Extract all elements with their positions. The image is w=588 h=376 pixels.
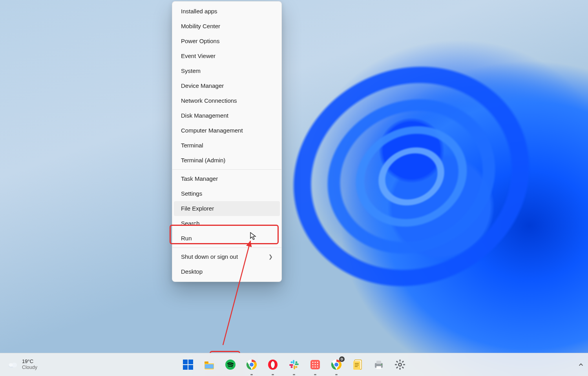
note-icon (352, 359, 363, 370)
slack-app-icon[interactable] (285, 356, 303, 374)
running-indicator (314, 374, 316, 375)
menu-item-file-explorer[interactable]: File Explorer (174, 201, 280, 216)
menu-item-device-manager[interactable]: Device Manager (174, 78, 280, 93)
svg-rect-56 (396, 361, 398, 363)
weather-widget[interactable]: 19°C Cloudy (0, 353, 44, 376)
svg-rect-52 (395, 364, 397, 365)
svg-rect-20 (295, 363, 299, 365)
menu-item-label: System (181, 67, 201, 74)
chrome-icon (246, 359, 257, 370)
taskbar-pinned-apps: D (179, 353, 409, 376)
system-tray[interactable] (577, 353, 585, 376)
menu-item-terminal-admin[interactable]: Terminal (Admin) (174, 153, 280, 168)
running-indicator (272, 374, 274, 375)
svg-point-58 (399, 364, 401, 366)
svg-point-36 (317, 366, 318, 367)
chrome-dev-app-icon[interactable]: D (327, 356, 345, 374)
menu-item-label: Installed apps (181, 8, 217, 15)
menu-item-label: Computer Management (181, 127, 243, 134)
menu-item-label: Disk Management (181, 112, 228, 119)
menu-item-shutdown-signout[interactable]: Shut down or sign out ❯ (174, 249, 280, 264)
svg-point-23 (291, 361, 293, 363)
menu-item-label: Power Options (181, 38, 219, 45)
menu-separator (172, 247, 281, 248)
svg-point-34 (312, 366, 313, 367)
menu-item-label: Network Connections (181, 97, 237, 104)
svg-rect-46 (376, 361, 381, 364)
menu-item-run[interactable]: Run (174, 231, 280, 246)
menu-item-label: File Explorer (181, 205, 214, 212)
weather-temperature: 19°C (22, 359, 37, 365)
notes-app-icon[interactable] (349, 356, 367, 374)
svg-point-31 (312, 364, 313, 365)
svg-point-29 (314, 361, 316, 363)
menu-item-label: Search (181, 220, 200, 227)
menu-item-mobility-center[interactable]: Mobility Center (174, 19, 280, 34)
svg-point-33 (317, 364, 318, 365)
svg-rect-8 (205, 361, 208, 363)
desktop-wallpaper[interactable] (0, 0, 588, 376)
chrome-app-icon[interactable] (243, 356, 261, 374)
weather-condition: Cloudy (22, 365, 37, 370)
spotify-app-icon[interactable] (221, 356, 239, 374)
opera-app-icon[interactable] (264, 356, 282, 374)
menu-item-label: Settings (181, 190, 202, 197)
menu-item-label: Run (181, 235, 192, 242)
svg-point-25 (296, 366, 298, 368)
winx-context-menu: Installed apps Mobility Center Power Opt… (172, 1, 282, 282)
opera-icon (267, 359, 278, 370)
svg-rect-54 (402, 361, 404, 363)
tray-overflow-chevron-icon[interactable] (577, 361, 585, 369)
start-button[interactable] (179, 356, 197, 374)
svg-rect-7 (188, 365, 193, 370)
running-indicator (250, 374, 253, 375)
svg-point-28 (312, 361, 313, 363)
svg-point-48 (381, 364, 382, 365)
weather-cloud-icon (7, 360, 18, 369)
menu-item-system[interactable]: System (174, 64, 280, 78)
svg-rect-51 (400, 368, 401, 370)
printer-icon (373, 359, 384, 370)
badge-icon: D (339, 356, 345, 362)
menu-item-installed-apps[interactable]: Installed apps (174, 4, 280, 19)
svg-point-30 (317, 361, 318, 363)
menu-item-computer-management[interactable]: Computer Management (174, 123, 280, 138)
menu-item-power-options[interactable]: Power Options (174, 34, 280, 49)
calendar-app-icon[interactable] (306, 356, 324, 374)
menu-item-settings[interactable]: Settings (174, 186, 280, 201)
menu-item-network-connections[interactable]: Network Connections (174, 93, 280, 108)
svg-rect-9 (205, 364, 214, 369)
svg-rect-41 (353, 361, 360, 370)
chevron-right-icon: ❯ (268, 254, 273, 260)
running-indicator (293, 374, 295, 375)
taskbar: 19°C Cloudy (0, 353, 588, 376)
svg-rect-5 (188, 360, 193, 364)
menu-item-label: Device Manager (181, 82, 224, 89)
menu-separator (172, 169, 281, 170)
folder-icon (204, 359, 215, 370)
svg-rect-57 (402, 367, 404, 369)
menu-item-disk-management[interactable]: Disk Management (174, 108, 280, 123)
file-explorer-app-icon[interactable] (200, 356, 218, 374)
menu-item-event-viewer[interactable]: Event Viewer (174, 49, 280, 64)
settings-app-icon[interactable] (391, 356, 409, 374)
svg-point-35 (314, 366, 316, 367)
menu-item-label: Shut down or sign out (181, 253, 238, 260)
menu-item-terminal[interactable]: Terminal (174, 138, 280, 153)
grid-app-icon (310, 359, 321, 370)
svg-point-3 (9, 363, 13, 367)
spotify-icon (225, 359, 236, 370)
menu-item-label: Task Manager (181, 175, 218, 182)
svg-point-24 (296, 361, 298, 363)
menu-item-label: Event Viewer (181, 53, 215, 60)
svg-rect-50 (400, 360, 401, 361)
svg-point-18 (271, 361, 275, 368)
menu-item-task-manager[interactable]: Task Manager (174, 171, 280, 186)
slack-icon (289, 359, 299, 370)
menu-item-desktop[interactable]: Desktop (174, 264, 280, 279)
running-indicator (335, 374, 338, 375)
device-app-icon[interactable] (370, 356, 388, 374)
menu-item-search[interactable]: Search (174, 216, 280, 231)
weather-text: 19°C Cloudy (22, 359, 37, 370)
svg-rect-4 (183, 360, 188, 364)
